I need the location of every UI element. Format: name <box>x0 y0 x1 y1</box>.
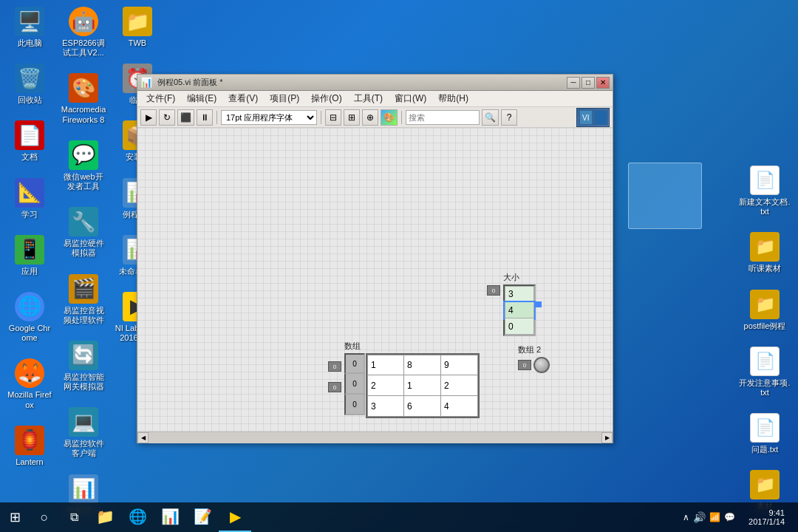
left-icon-col1: 🖥️ 此电脑 🗑️ 回收站 📄 文档 📐 学习 📱 应用 🌐 Google Ch… <box>4 4 55 476</box>
lv-menu-view[interactable]: 查看(V) <box>222 91 264 106</box>
lv-abort-btn[interactable]: ⬛ <box>177 109 194 126</box>
lv-canvas: 大小 0 3 4 0 数组 0 0 <box>137 128 613 432</box>
ppt-icon: 📊 <box>161 508 180 525</box>
icon-postfile[interactable]: 📁 postfile例程 <box>735 287 794 334</box>
taskbar-chrome[interactable]: 🌐 <box>121 502 154 532</box>
icon-question[interactable]: 📄 问题.txt <box>735 410 794 457</box>
lv-icon-svg: VI <box>579 109 608 126</box>
taskbar-date: 2017/1/14 <box>748 517 785 526</box>
taskbar-labview[interactable]: ▶ <box>219 502 251 532</box>
lv-run-cont-btn[interactable]: ↻ <box>159 109 175 126</box>
array1-index: 0 0 0 <box>344 353 365 418</box>
lv-menu-window[interactable]: 窗口(W) <box>389 91 432 106</box>
lv-run-btn[interactable]: ▶ <box>140 109 157 126</box>
icon-lantern[interactable]: 🏮 Lantern <box>4 423 55 470</box>
lv-menu-operate[interactable]: 操作(O) <box>305 91 347 106</box>
lv-close-btn[interactable]: ✕ <box>596 77 610 89</box>
icon-firefox[interactable]: 🦊 Mozilla Firefox <box>4 355 55 412</box>
tray-network[interactable]: 📶 <box>709 512 720 522</box>
tray-volume[interactable]: 🔊 <box>693 511 706 523</box>
icon-client[interactable]: 💻 易监控软件客户端 <box>58 404 109 461</box>
taskbar-word[interactable]: 📝 <box>186 502 219 532</box>
idx-2: 0 <box>344 395 365 415</box>
icon-pc[interactable]: 🖥️ 此电脑 <box>4 4 55 51</box>
lv-resize-btn[interactable]: ⊕ <box>362 109 378 126</box>
lv-menu-project[interactable]: 项目(P) <box>264 91 305 106</box>
tray-action-center[interactable]: 💬 <box>724 512 735 522</box>
taskbar-time: 9:41 <box>748 508 785 517</box>
icon-smart[interactable]: 🔄 易监控智能网关模拟器 <box>58 338 109 395</box>
size-control-group: 大小 0 3 4 0 <box>503 272 536 336</box>
lv-distribute-btn[interactable]: ⊞ <box>344 109 360 126</box>
cell-1-1: 1 <box>404 375 441 396</box>
lv-window-controls: ─ □ ✕ <box>567 77 610 89</box>
toolbar-sep-3 <box>401 111 402 124</box>
size-terminal: 0 <box>487 285 500 296</box>
lv-title-text: 例程05.vi 前面板 * <box>157 77 567 88</box>
icon-recycle[interactable]: 🗑️ 回收站 <box>4 61 55 108</box>
icon-audio-mat[interactable]: 📁 听课素材 <box>735 229 794 276</box>
icon-hardware[interactable]: 🔧 易监控硬件模拟器 <box>58 204 109 261</box>
icon-notice[interactable]: 📄 开发注意事项.txt <box>735 344 794 400</box>
lv-color-btn[interactable]: 🎨 <box>381 109 398 126</box>
icon-new-txt[interactable]: 📄 新建文本文档.txt <box>735 163 794 219</box>
size-val-2: 0 <box>505 318 534 335</box>
toolbar-sep-1 <box>216 111 217 124</box>
word-icon: 📝 <box>194 508 212 525</box>
icon-fireworks[interactable]: 🎨 Macromedia Fireworks 8 <box>58 70 109 127</box>
lv-scroll-track[interactable] <box>149 432 601 443</box>
taskview-icon: ⧉ <box>70 511 78 524</box>
explorer-icon: 📁 <box>96 508 115 525</box>
lv-scroll-left-btn[interactable]: ◀ <box>137 432 149 443</box>
lv-vi-icon: VI <box>576 108 610 127</box>
tray-arrow[interactable]: ∧ <box>683 512 689 522</box>
left-icon-col2: 🤖 ESP8266调试工具V2... 🎨 Macromedia Firework… <box>58 4 109 525</box>
icon-weixin[interactable]: 💬 微信web开发者工具 <box>58 137 109 194</box>
lv-font-select[interactable]: 17pt 应用程序字体 <box>221 110 317 125</box>
icon-study[interactable]: 📐 学习 <box>4 175 55 222</box>
lv-scroll-right-btn[interactable]: ▶ <box>601 432 613 443</box>
lv-search-input[interactable] <box>406 110 480 125</box>
icon-app[interactable]: 📱 应用 <box>4 232 55 279</box>
lv-menu-help[interactable]: 帮助(H) <box>432 91 474 106</box>
size-cursor <box>536 301 542 307</box>
array2-group: 数组 2 0 <box>518 344 550 373</box>
taskbar-explorer[interactable]: 📁 <box>89 502 121 532</box>
lv-search-btn[interactable]: 🔍 <box>482 109 499 126</box>
lv-menu-tools[interactable]: 工具(T) <box>348 91 389 106</box>
lv-title-icon: 📊 <box>140 77 152 88</box>
lv-hscroll[interactable]: ◀ ▶ <box>137 432 613 443</box>
lv-menu-file[interactable]: 文件(F) <box>140 91 181 106</box>
icon-video[interactable]: 🎬 易监控音视频处理软件 <box>58 271 109 328</box>
icon-twb[interactable]: 📁 TWB <box>112 4 163 51</box>
right-icon-col: 📄 新建文本文档.txt 📁 听课素材 📁 postfile例程 📄 开发注意事… <box>735 163 794 521</box>
array2-indicator <box>533 357 550 373</box>
lv-help-btn[interactable]: ? <box>501 109 517 126</box>
lv-menubar: 文件(F) 编辑(E) 查看(V) 项目(P) 操作(O) 工具(T) 窗口(W… <box>137 91 613 107</box>
taskbar-taskview-btn[interactable]: ⧉ <box>59 502 89 532</box>
toolbar-sep-2 <box>321 111 321 124</box>
lv-pause-btn[interactable]: ⏸ <box>197 109 213 126</box>
array2-container: 0 <box>518 357 550 373</box>
show-desktop-btn[interactable] <box>792 502 798 532</box>
lv-align-btn[interactable]: ⊟ <box>325 109 341 126</box>
cell-0-1: 8 <box>404 355 441 375</box>
taskbar-start-btn[interactable]: ⊞ <box>0 502 30 532</box>
taskbar-search-btn[interactable]: ○ <box>30 502 59 532</box>
idx-1: 0 <box>344 374 365 395</box>
size-val-1: 4 <box>505 302 534 318</box>
icon-doc[interactable]: 📄 文档 <box>4 117 55 165</box>
taskbar-clock[interactable]: 9:41 2017/1/14 <box>741 508 792 526</box>
lv-maximize-btn[interactable]: □ <box>582 77 595 89</box>
array1-group: 数组 0 0 0 1 8 9 2 1 2 <box>344 341 480 418</box>
taskbar-ppt[interactable]: 📊 <box>154 502 186 532</box>
cell-2-0: 3 <box>367 396 404 417</box>
lv-menu-edit[interactable]: 编辑(E) <box>181 91 222 106</box>
taskbar-system-tray: ∧ 🔊 📶 💬 <box>677 511 741 523</box>
svg-rect-2 <box>595 111 607 124</box>
icon-chrome[interactable]: 🌐 Google Chrome <box>4 289 55 346</box>
cell-1-2: 2 <box>441 375 478 396</box>
lv-minimize-btn[interactable]: ─ <box>567 77 580 89</box>
lv-front-panel-window[interactable]: 📊 例程05.vi 前面板 * ─ □ ✕ 文件(F) 编辑(E) 查看(V) … <box>137 74 613 443</box>
icon-esp8266[interactable]: 🤖 ESP8266调试工具V2... <box>58 4 109 61</box>
